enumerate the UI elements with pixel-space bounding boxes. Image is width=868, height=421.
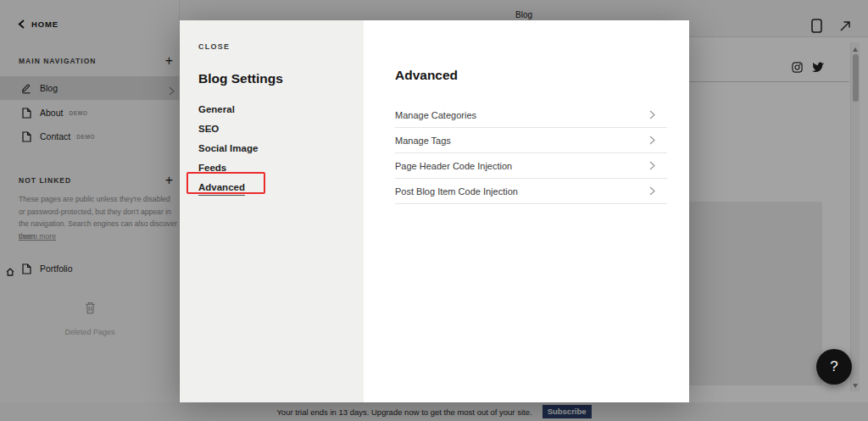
sidebar-item-label: Contact — [40, 131, 70, 141]
settings-tab-feeds[interactable]: Feeds — [198, 158, 364, 178]
blog-settings-modal: CLOSE Blog Settings General SEO Social I… — [180, 20, 689, 402]
main-navigation-header-label: MAIN NAVIGATION — [19, 57, 96, 65]
subscribe-button[interactable]: Subscribe — [542, 405, 592, 418]
add-main-nav-page-button[interactable]: + — [165, 57, 173, 65]
deleted-pages-label: Deleted Pages — [0, 328, 180, 336]
not-linked-section-header: NOT LINKED + — [19, 176, 173, 185]
settings-menu: General SEO Social Image Feeds Advanced — [198, 100, 364, 197]
sidebar-item-portfolio[interactable]: Portfolio — [0, 257, 180, 280]
row-label: Manage Tags — [395, 136, 451, 146]
not-linked-header-label: NOT LINKED — [19, 176, 71, 185]
chevron-right-icon — [649, 161, 655, 170]
sidebar-item-contact[interactable]: Contact DEMO — [0, 125, 180, 148]
settings-tab-seo[interactable]: SEO — [198, 119, 364, 139]
demo-badge: DEMO — [69, 110, 87, 116]
preview-scrollbar[interactable] — [850, 42, 860, 391]
home-icon — [6, 264, 14, 280]
scrollbar-thumb[interactable] — [853, 54, 859, 102]
instagram-icon[interactable] — [792, 61, 803, 76]
settings-tab-general[interactable]: General — [198, 100, 364, 119]
scroll-up-arrow-icon[interactable] — [853, 47, 858, 52]
settings-tab-social-image[interactable]: Social Image — [198, 139, 364, 158]
mobile-preview-icon[interactable] — [811, 19, 822, 36]
row-manage-tags[interactable]: Manage Tags — [395, 128, 667, 153]
advanced-settings-panel: Advanced Manage Categories Manage Tags P… — [364, 20, 689, 402]
back-home-label: HOME — [31, 19, 58, 29]
settings-tab-advanced[interactable]: Advanced — [198, 178, 364, 197]
add-not-linked-page-button[interactable]: + — [165, 176, 173, 185]
trash-icon — [85, 302, 96, 314]
open-fullscreen-icon[interactable] — [839, 20, 851, 36]
sidebar-item-label: Portfolio — [40, 263, 73, 274]
sidebar-item-about[interactable]: About DEMO — [0, 101, 180, 125]
chevron-right-icon — [649, 186, 655, 196]
deleted-pages-dropzone[interactable]: Deleted Pages — [0, 302, 180, 336]
main-navigation-section-header: MAIN NAVIGATION + — [19, 57, 173, 65]
app-root: HOME MAIN NAVIGATION + Blog About DEMO — [0, 0, 868, 421]
advanced-options-list: Manage Categories Manage Tags Page Heade… — [395, 102, 667, 204]
page-icon — [21, 108, 31, 119]
scroll-down-arrow-icon[interactable] — [853, 384, 858, 388]
row-page-header-code-injection[interactable]: Page Header Code Injection — [395, 153, 667, 179]
twitter-icon[interactable] — [811, 61, 824, 76]
row-manage-categories[interactable]: Manage Categories — [395, 102, 667, 128]
sidebar-item-blog[interactable]: Blog — [0, 76, 180, 100]
trial-banner: Your trial ends in 13 days. Upgrade now … — [0, 402, 868, 421]
demo-badge: DEMO — [76, 134, 95, 140]
pen-icon — [21, 83, 31, 94]
settings-menu-panel: CLOSE Blog Settings General SEO Social I… — [180, 20, 364, 402]
panel-title: Advanced — [395, 68, 667, 83]
page-icon — [21, 263, 31, 274]
chevron-right-icon — [169, 84, 175, 99]
sidebar-item-label: Blog — [40, 83, 58, 93]
row-label: Page Header Code Injection — [395, 161, 512, 171]
help-button[interactable]: ? — [816, 349, 852, 385]
row-label: Post Blog Item Code Injection — [395, 186, 518, 197]
back-home-button[interactable]: HOME — [18, 19, 58, 29]
chevron-left-icon — [18, 19, 25, 29]
learn-more-link[interactable]: Learn more — [19, 232, 56, 241]
page-icon — [21, 131, 31, 142]
modal-title: Blog Settings — [198, 70, 364, 86]
sidebar-item-label: About — [40, 108, 63, 118]
site-header-social-links — [792, 61, 824, 76]
pages-sidebar: HOME MAIN NAVIGATION + Blog About DEMO — [0, 0, 180, 421]
chevron-right-icon — [649, 110, 655, 119]
chevron-right-icon — [649, 136, 655, 145]
row-post-blog-item-code-injection[interactable]: Post Blog Item Code Injection — [395, 179, 667, 204]
row-label: Manage Categories — [395, 110, 476, 120]
trial-message: Your trial ends in 13 days. Upgrade now … — [276, 407, 531, 417]
close-button[interactable]: CLOSE — [198, 42, 230, 51]
page-title: Blog — [515, 10, 532, 19]
settings-tab-advanced-label: Advanced — [198, 181, 245, 196]
